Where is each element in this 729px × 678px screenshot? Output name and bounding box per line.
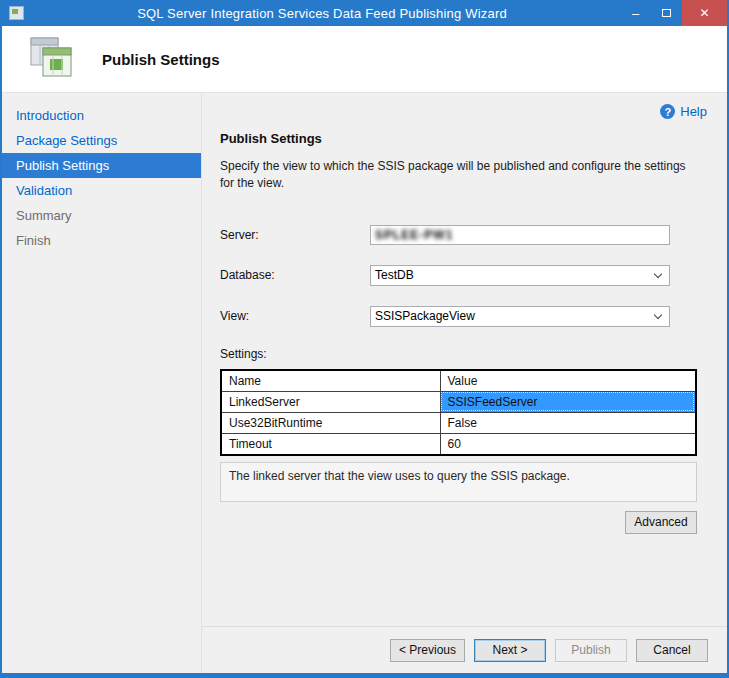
column-header-name: Name [222,371,440,392]
property-value-use32bitruntime[interactable]: False [440,412,695,433]
grid-header-row: Name Value [222,371,695,392]
database-field-row: Database: TestDB [220,265,707,286]
wizard-footer: < Previous Next > Publish Cancel [202,626,727,673]
wizard-header: Publish Settings [2,26,727,93]
close-button[interactable]: ✕ [682,0,727,26]
minimize-button[interactable]: – [620,0,651,26]
maximize-button[interactable] [651,0,682,26]
table-row[interactable]: LinkedServer SSISFeedServer [222,391,695,412]
server-field-row: Server: SPLEE-PW1 [220,225,707,245]
window-title: SQL Server Integration Services Data Fee… [24,6,620,21]
chevron-down-icon [654,270,662,278]
view-combobox[interactable]: SSISPackageView [370,306,670,327]
sidebar-item-package-settings[interactable]: Package Settings [2,128,201,153]
publish-button: Publish [555,639,627,662]
sidebar-item-summary: Summary [2,203,201,228]
view-label: View: [220,309,370,323]
window-icon [9,6,24,20]
content-column: ? Help Publish Settings Specify the view… [202,93,727,673]
property-description: The linked server that the view uses to … [220,462,697,502]
previous-button[interactable]: < Previous [390,639,465,662]
help-row: ? Help [220,104,707,119]
property-name-use32bitruntime[interactable]: Use32BitRuntime [222,412,440,433]
settings-label: Settings: [220,347,707,361]
help-link[interactable]: Help [680,104,707,119]
advanced-button[interactable]: Advanced [625,511,697,534]
database-selected-value: TestDB [375,268,414,282]
window-controls: – ✕ [620,0,727,26]
publish-settings-icon [28,36,74,82]
main-panel: ? Help Publish Settings Specify the view… [202,93,727,626]
property-name-timeout[interactable]: Timeout [222,433,440,454]
property-value-timeout[interactable]: 60 [440,433,695,454]
wizard-body: Introduction Package Settings Publish Se… [2,93,727,673]
database-select[interactable]: TestDB [370,265,670,286]
advanced-row: Advanced [220,511,697,534]
section-description: Specify the view to which the SSIS packa… [220,158,700,193]
view-selected-value: SSISPackageView [375,309,475,323]
title-bar: SQL Server Integration Services Data Fee… [2,0,727,26]
settings-grid: Name Value LinkedServer SSISFeedServer U… [220,369,697,456]
view-field-row: View: SSISPackageView [220,306,707,327]
sidebar-item-validation[interactable]: Validation [2,178,201,203]
sidebar-item-publish-settings[interactable]: Publish Settings [2,153,201,178]
section-heading: Publish Settings [220,131,707,146]
wizard-window: SQL Server Integration Services Data Fee… [0,0,729,678]
sidebar-item-finish: Finish [2,228,201,253]
property-value-linkedserver[interactable]: SSISFeedServer [440,391,695,412]
server-label: Server: [220,228,370,242]
wizard-steps-sidebar: Introduction Package Settings Publish Se… [2,93,202,673]
sidebar-item-introduction[interactable]: Introduction [2,103,201,128]
help-icon: ? [660,104,675,119]
table-row[interactable]: Use32BitRuntime False [222,412,695,433]
chevron-down-icon [654,311,662,319]
property-name-linkedserver[interactable]: LinkedServer [222,391,440,412]
table-row[interactable]: Timeout 60 [222,433,695,454]
database-label: Database: [220,268,370,282]
page-title: Publish Settings [102,51,220,68]
column-header-value: Value [440,371,695,392]
server-value: SPLEE-PW1 [375,228,453,242]
server-input[interactable]: SPLEE-PW1 [370,225,670,245]
maximize-icon [662,9,671,17]
next-button[interactable]: Next > [474,639,546,662]
cancel-button[interactable]: Cancel [636,639,708,662]
form-fields: Server: SPLEE-PW1 Database: TestDB Vi [220,225,707,327]
